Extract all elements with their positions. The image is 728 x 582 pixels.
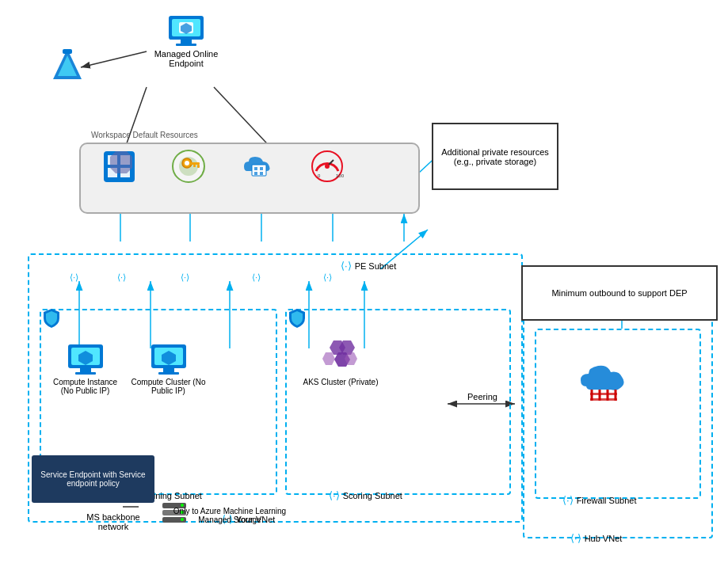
key-vault-icon	[165, 149, 212, 184]
svg-text:100: 100	[336, 173, 345, 178]
svg-rect-75	[590, 393, 617, 395]
svg-rect-27	[181, 40, 192, 44]
firewall-subnet-box	[535, 329, 701, 499]
svg-rect-61	[163, 368, 174, 372]
svg-rect-44	[252, 165, 266, 176]
svg-rect-47	[254, 172, 257, 175]
svg-rect-42	[197, 165, 200, 168]
connector-4: ⟨·⟩	[252, 272, 261, 283]
additional-private-box: Additional private resources (e.g., priv…	[432, 123, 558, 190]
firewall-icon	[570, 356, 642, 408]
min-outbound-box: Minimum outbound to support DEP	[521, 265, 718, 321]
managed-online-endpoint-label: Managed Online Endpoint	[139, 49, 234, 68]
peering-label: Peering	[467, 392, 497, 401]
svg-point-40	[185, 161, 189, 165]
firewall-subnet-label-area: ⟨·⟩ Firewall Subnet	[562, 494, 636, 506]
managed-storage-note: Only to Azure Machine Learning Managed S…	[166, 507, 293, 524]
svg-rect-41	[190, 162, 200, 165]
svg-marker-36	[110, 151, 132, 173]
scoring-subnet-label-area: ⟨·⟩ Scoring Subnet	[329, 489, 402, 501]
svg-marker-67	[322, 352, 335, 365]
compute-cluster-icon: Compute Cluster (No Public IP)	[131, 340, 206, 394]
connector-2: ⟨·⟩	[117, 272, 126, 283]
aks-cluster-label: AKS Cluster (Private)	[303, 378, 378, 386]
svg-rect-56	[80, 368, 91, 372]
svg-point-51	[325, 164, 330, 169]
pe-subnet-label-area: ⟨·⟩ PE Subnet	[341, 260, 396, 272]
azure-ml-logo	[44, 48, 91, 88]
shield-icon-2	[288, 307, 307, 334]
aks-cluster-icon: AKS Cluster (Private)	[301, 337, 380, 385]
svg-rect-46	[260, 167, 263, 170]
service-endpoint-label: Service Endpoint with Service endpoint p…	[32, 470, 154, 488]
svg-rect-24	[63, 49, 72, 54]
additional-private-label: Additional private resources (e.g., priv…	[433, 147, 557, 166]
connector-3: ⟨·⟩	[181, 272, 189, 283]
hub-vnet-label-area: ⟨·⟩ Hub VNet	[570, 532, 622, 544]
hub-vnet-label: Hub VNet	[585, 534, 623, 543]
svg-rect-48	[260, 172, 263, 175]
diagram-container: Managed Online Endpoint Workspace Defaul…	[0, 0, 728, 582]
workspace-icon	[95, 149, 143, 184]
managed-online-endpoint-icon: Managed Online Endpoint	[139, 12, 234, 67]
compute-cluster-label: Compute Cluster (No Public IP)	[131, 378, 206, 395]
storage-icon	[234, 149, 282, 184]
shield-icon-1	[42, 307, 61, 334]
ms-backbone-label: MS backbone network	[82, 512, 145, 531]
svg-rect-62	[158, 372, 179, 375]
pe-subnet-label: PE Subnet	[355, 261, 397, 271]
connector-1: ⟨·⟩	[70, 272, 78, 283]
firewall-subnet-label: Firewall Subnet	[577, 496, 637, 505]
svg-rect-76	[590, 398, 617, 401]
connector-5: ⟨·⟩	[323, 272, 332, 283]
service-endpoint-box: Service Endpoint with Service endpoint p…	[32, 455, 154, 503]
svg-rect-43	[193, 165, 196, 167]
compute-instance-icon: Compute Instance (No Public IP)	[48, 340, 123, 394]
min-outbound-label: Minimum outbound to support DEP	[551, 288, 687, 298]
svg-rect-28	[176, 44, 196, 46]
workspace-default-label: Workspace Default Resources	[91, 131, 198, 139]
scoring-subnet-label: Scoring Subnet	[343, 491, 402, 500]
compute-instance-label: Compute Instance (No Public IP)	[48, 378, 123, 395]
svg-rect-57	[75, 372, 96, 375]
monitor-icon: 0 100	[303, 149, 351, 184]
svg-rect-45	[254, 167, 257, 170]
